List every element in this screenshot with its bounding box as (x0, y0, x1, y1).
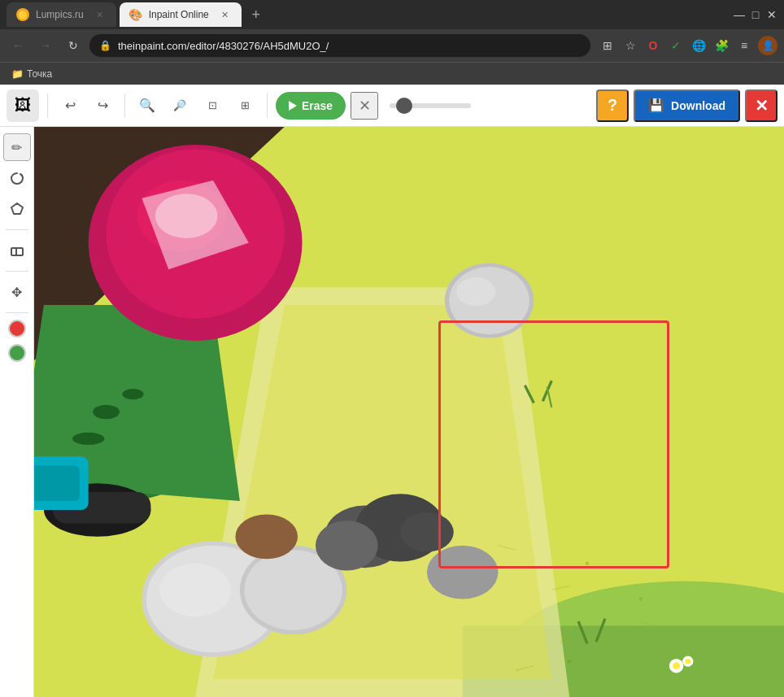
red-color-button[interactable] (8, 320, 26, 338)
close-app-button[interactable]: ✕ (745, 89, 777, 122)
redo-button[interactable]: ↪ (89, 92, 116, 120)
help-button[interactable]: ? (596, 89, 629, 122)
inpaint-favicon: 🎨 (129, 8, 142, 21)
svg-point-52 (586, 562, 589, 565)
play-icon (289, 101, 297, 111)
forward-button[interactable]: → (34, 34, 57, 57)
back-button[interactable]: ← (7, 34, 29, 57)
inpaint-tab-label: Inpaint Online (149, 9, 209, 20)
svg-point-53 (639, 597, 642, 600)
tool-separator-3 (6, 312, 28, 313)
bookmark-tochka[interactable]: 📁 Точка (7, 67, 57, 81)
opera-icon[interactable]: O (644, 37, 662, 54)
maximize-button[interactable]: □ (750, 9, 761, 20)
address-text: theinpaint.com/editor/4830276/AH5dMU2O_/ (118, 40, 581, 52)
lock-icon: 🔒 (99, 40, 111, 51)
menu-icon[interactable]: ≡ (735, 37, 753, 54)
illustration-svg (34, 127, 784, 697)
bookmark-bar: 📁 Точка (0, 62, 784, 85)
tab-lumpics[interactable]: 🟡 Lumpics.ru ✕ (7, 2, 116, 27)
lumpics-favicon: 🟡 (16, 8, 29, 21)
erase-label: Erase (302, 99, 333, 112)
cancel-button[interactable]: ✕ (351, 92, 378, 120)
title-bar: 🟡 Lumpics.ru ✕ 🎨 Inpaint Online ✕ + — □ … (0, 0, 784, 29)
window-controls: — □ ✕ (734, 9, 777, 20)
tools-sidebar: ✏ (0, 127, 34, 697)
svg-point-23 (427, 546, 499, 599)
zoom-reset-button[interactable]: ⊞ (231, 92, 259, 120)
download-label: Download (671, 99, 725, 112)
svg-marker-0 (11, 203, 23, 214)
app-toolbar: 🖼 ↩ ↪ 🔍 🔎 ⊡ ⊞ Erase ✕ ? 💾 D (0, 85, 784, 127)
tool-separator-2 (6, 271, 28, 272)
svg-point-44 (673, 662, 680, 669)
svg-point-27 (122, 389, 143, 399)
svg-point-20 (316, 521, 378, 570)
toolbar-separator-1 (47, 94, 48, 118)
canvas-content (34, 127, 784, 697)
vpn-icon[interactable]: 🌐 (690, 37, 708, 54)
svg-point-22 (235, 514, 298, 559)
new-tab-button[interactable]: + (245, 3, 268, 26)
close-button[interactable]: ✕ (766, 9, 777, 20)
lasso-tool[interactable] (3, 164, 31, 192)
app-area: 🖼 ↩ ↪ 🔍 🔎 ⊡ ⊞ Erase ✕ ? 💾 D (0, 85, 784, 697)
toolbar-separator-3 (267, 94, 268, 118)
zoom-fit-button[interactable]: ⊡ (198, 92, 226, 120)
download-icon: 💾 (648, 98, 664, 113)
help-label: ? (608, 96, 617, 115)
svg-point-37 (155, 194, 218, 238)
bookmark-label: Точка (27, 68, 52, 80)
zoom-out-button[interactable]: 🔎 (166, 92, 194, 120)
bookmark-folder-icon: 📁 (11, 68, 24, 80)
extensions-icon[interactable]: 🧩 (712, 37, 730, 54)
svg-point-21 (400, 512, 454, 551)
tab-inpaint[interactable]: 🎨 Inpaint Online ✕ (120, 2, 242, 27)
slider-thumb[interactable] (396, 98, 412, 114)
brush-size-slider[interactable] (390, 103, 471, 108)
profile-icon[interactable]: 👤 (758, 36, 777, 55)
toolbar-separator-2 (124, 94, 125, 118)
svg-point-46 (686, 659, 691, 664)
refresh-button[interactable]: ↻ (62, 34, 85, 57)
svg-point-17 (456, 277, 495, 306)
svg-rect-32 (34, 465, 80, 501)
app-logo: 🖼 (7, 89, 39, 122)
browser-window: 🟡 Lumpics.ru ✕ 🎨 Inpaint Online ✕ + — □ … (0, 0, 784, 697)
move-tool[interactable]: ✥ (3, 278, 31, 306)
svg-point-28 (72, 433, 104, 445)
lumpics-tab-close[interactable]: ✕ (94, 8, 107, 21)
win-control-group: — □ ✕ (734, 9, 777, 20)
bookmark-star-icon[interactable]: ☆ (621, 37, 639, 54)
lumpics-tab-label: Lumpics.ru (36, 9, 84, 20)
zoom-in-button[interactable]: 🔍 (133, 92, 161, 120)
green-color-button[interactable] (8, 344, 26, 362)
address-bar: ← → ↻ 🔒 theinpaint.com/editor/4830276/AH… (0, 29, 784, 62)
polygon-tool[interactable] (3, 195, 31, 223)
svg-point-12 (159, 564, 231, 617)
svg-point-54 (568, 660, 571, 663)
erase-button[interactable]: Erase (276, 92, 346, 120)
browser-toolbar-icons: ⊞ ☆ O ✓ 🌐 🧩 ≡ 👤 (599, 36, 777, 55)
inpaint-tab-close[interactable]: ✕ (219, 8, 232, 21)
content-area: ✏ (0, 127, 784, 697)
undo-button[interactable]: ↩ (56, 92, 84, 120)
canvas-area[interactable] (34, 127, 784, 697)
minimize-button[interactable]: — (734, 9, 745, 20)
eraser-tool[interactable] (3, 237, 31, 264)
shield-icon[interactable]: ✓ (667, 37, 685, 54)
download-button[interactable]: 💾 Download (634, 89, 740, 122)
translate-icon[interactable]: ⊞ (599, 37, 616, 54)
tool-separator (6, 229, 28, 230)
address-input[interactable]: 🔒 theinpaint.com/editor/4830276/AH5dMU2O… (89, 34, 590, 57)
svg-point-26 (93, 405, 120, 420)
pencil-tool[interactable]: ✏ (3, 133, 31, 161)
